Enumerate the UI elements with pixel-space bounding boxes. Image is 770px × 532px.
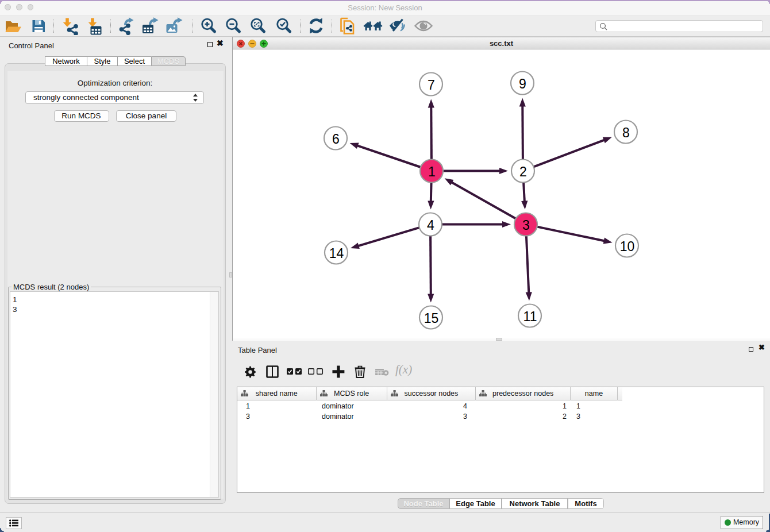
svg-text:11: 11 (523, 309, 537, 324)
svg-text:9: 9 (519, 76, 526, 91)
svg-text:8: 8 (622, 125, 630, 140)
svg-text:2: 2 (519, 164, 527, 179)
svg-text:10: 10 (620, 239, 635, 254)
svg-text:1: 1 (428, 164, 436, 179)
svg-text:6: 6 (332, 132, 340, 147)
svg-text:4: 4 (427, 218, 434, 233)
svg-text:7: 7 (428, 78, 435, 92)
svg-text:14: 14 (329, 246, 344, 261)
svg-text:15: 15 (424, 311, 439, 326)
svg-text:3: 3 (522, 218, 530, 233)
